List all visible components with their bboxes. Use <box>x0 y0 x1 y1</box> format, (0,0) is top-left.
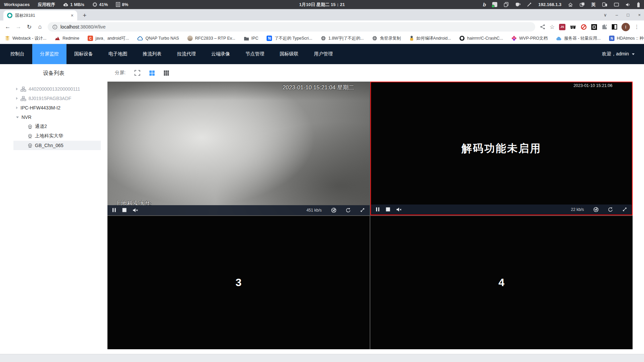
pause-icon[interactable] <box>112 208 116 212</box>
home-icon[interactable] <box>568 2 573 7</box>
caret-right-icon[interactable] <box>16 106 18 109</box>
tab-push-list[interactable]: 推流列表 <box>135 44 169 64</box>
tab-split-monitor[interactable]: 分屏监控 <box>32 44 66 64</box>
bookmark-rfc2833[interactable]: RFC2833 – RTP Ev... <box>187 36 235 41</box>
bitrate-label: 451 kb/s <box>307 208 322 213</box>
refresh-icon[interactable] <box>346 208 351 213</box>
bookmark-redmine[interactable]: Redmine <box>55 36 79 41</box>
window-maximize-button[interactable]: □ <box>627 12 630 17</box>
reload-button[interactable]: ↻ <box>24 24 34 31</box>
browser-tab[interactable]: 国标28181 × <box>3 10 77 20</box>
grid-3x3-icon[interactable] <box>164 70 169 76</box>
tree-node-channel[interactable]: 通道2 <box>13 122 101 131</box>
bookmark-webstack[interactable]: Webstack - 设计... <box>5 36 46 41</box>
caret-right-icon[interactable] <box>16 97 18 100</box>
caret-right-icon[interactable] <box>16 88 18 90</box>
tab-close-icon[interactable]: × <box>70 13 75 18</box>
app-status-tray-icon[interactable] <box>492 2 497 7</box>
extensions-puzzle-icon[interactable] <box>601 24 607 30</box>
tab-electronic-map[interactable]: 电子地图 <box>101 44 135 64</box>
video-panel-1[interactable]: 2023-01-10 15:21:04 星期二 上地科实大华 451 kb/s <box>107 82 370 215</box>
bookmark-lighthouse[interactable]: 服务器 - 轻量应用... <box>556 36 601 41</box>
tab-gb-cascade[interactable]: 国标级联 <box>272 44 306 64</box>
stop-icon[interactable] <box>122 208 127 212</box>
display-icon[interactable] <box>614 2 619 7</box>
tab-console[interactable]: 控制台 <box>3 44 32 64</box>
battery-icon[interactable] <box>637 2 640 7</box>
volume-icon[interactable] <box>626 2 631 7</box>
stop-icon[interactable] <box>386 207 390 212</box>
clipboard-copy-icon[interactable] <box>504 2 509 7</box>
tab-user-manage[interactable]: 用户管理 <box>306 44 340 64</box>
applications-menu[interactable]: 应用程序 <box>38 2 55 8</box>
ip-address-indicator[interactable]: 192.168.1.3 <box>538 2 561 7</box>
bing-tray-icon[interactable]: b <box>483 2 486 7</box>
tab-gb-device[interactable]: 国标设备 <box>66 44 101 64</box>
bookmark-csdn[interactable]: C java、android可... <box>88 36 129 41</box>
share-icon[interactable] <box>540 24 545 30</box>
tree-node-channel[interactable]: 上地科实大华 <box>13 131 101 141</box>
pen-tool-icon[interactable] <box>527 2 532 7</box>
cpu-icon <box>92 2 97 7</box>
site-info-icon[interactable] <box>52 25 57 30</box>
bookmark-copy-free[interactable]: 免登录复制 <box>372 36 401 41</box>
incognito-glasses-extension-icon[interactable] <box>570 24 576 30</box>
clock[interactable]: 1月10日 星期二 15：21 <box>299 2 345 8</box>
window-close-button[interactable]: × <box>638 12 641 17</box>
browser-home-button[interactable]: ⌂ <box>35 24 45 30</box>
bookmark-github[interactable]: hairrrrr/C-CrashC... <box>459 36 503 41</box>
split-toolbar: 分屏: <box>107 64 644 82</box>
tab-title: 国标28181 <box>15 13 67 18</box>
bookmark-wvp-docs[interactable]: WVP-PRO文档 <box>511 36 548 41</box>
video-panel-2[interactable]: 2023-01-10 15:21:06 解码功能未启用 22 kb/s <box>370 82 633 215</box>
memory-usage-indicator: 8% <box>116 2 128 7</box>
window-minimize-button[interactable]: – <box>615 12 618 17</box>
video-panel-4[interactable]: 4 <box>370 216 633 350</box>
bookmark-qnap[interactable]: QNAP Turbo NAS <box>137 36 179 41</box>
tab-node-manage[interactable]: 节点管理 <box>238 44 272 64</box>
new-tab-button[interactable]: + <box>80 11 89 20</box>
snapshot-shutter-icon[interactable] <box>593 207 599 212</box>
volume-muted-icon[interactable] <box>133 208 138 213</box>
workspaces-switcher-icon[interactable] <box>580 2 585 7</box>
square-extension-icon[interactable] <box>591 24 597 30</box>
fullscreen-single-icon[interactable] <box>134 70 140 76</box>
expand-fullscreen-icon[interactable] <box>622 207 627 212</box>
tree-node-device[interactable]: NVR <box>13 112 101 122</box>
caret-down-icon[interactable] <box>16 117 19 118</box>
bookmark-android-build[interactable]: 如何编译Android... <box>409 36 451 41</box>
tree-node-channel-selected[interactable]: GB_Chn_065 <box>13 141 101 150</box>
video-panel-3[interactable]: 3 <box>107 216 370 350</box>
pause-icon[interactable] <box>376 207 380 212</box>
tab-cloud-record[interactable]: 云端录像 <box>203 44 238 64</box>
bookmark-zhihu-typescript[interactable]: 知 了不起的 TypeScri... <box>267 36 312 41</box>
user-menu[interactable]: 欢迎，admin <box>602 51 644 57</box>
profile-avatar[interactable]: I <box>622 23 630 31</box>
bookmark-star-icon[interactable]: ☆ <box>550 24 555 31</box>
address-bar[interactable]: localhost:38080/#/live <box>48 22 535 32</box>
input-language-indicator[interactable]: 英 <box>591 2 596 8</box>
tree-node-device[interactable]: 8J01915PAGB3ADF <box>13 94 101 103</box>
js-extension-icon[interactable]: JS <box>559 24 565 30</box>
contrast-extension-icon[interactable] <box>612 24 617 30</box>
tree-node-device[interactable]: IPC-HFW4433M-I2 <box>13 103 101 112</box>
phone-link-icon[interactable] <box>602 2 607 7</box>
blocker-extension-icon[interactable] <box>581 24 587 30</box>
volume-muted-icon[interactable] <box>396 207 402 212</box>
tab-search-chevron-icon[interactable]: ∨ <box>604 12 607 17</box>
snapshot-shutter-icon[interactable] <box>331 208 336 213</box>
forward-button[interactable]: → <box>13 24 24 30</box>
back-button[interactable]: ← <box>3 24 13 30</box>
tab-pull-proxy[interactable]: 拉流代理 <box>169 44 203 64</box>
bookmark-18w[interactable]: 1.8W字|了不起的... <box>321 36 364 41</box>
coffee-cup-icon[interactable] <box>515 2 520 7</box>
expand-fullscreen-icon[interactable] <box>360 208 365 213</box>
bookmark-ipc-folder[interactable]: IPC <box>244 36 259 41</box>
browser-menu-icon[interactable]: ⋮ <box>634 24 639 30</box>
bookmarks-bar: Webstack - 设计... Redmine C java、android可… <box>0 33 644 44</box>
refresh-icon[interactable] <box>608 207 613 212</box>
bookmark-hdatmos[interactable]: N HDAtmos :: 种子 *... <box>609 36 644 41</box>
workspaces-button[interactable]: Workspaces <box>4 2 30 7</box>
grid-2x2-icon[interactable] <box>149 70 155 76</box>
tree-node-device[interactable]: 44020000013200000111 <box>13 84 101 94</box>
